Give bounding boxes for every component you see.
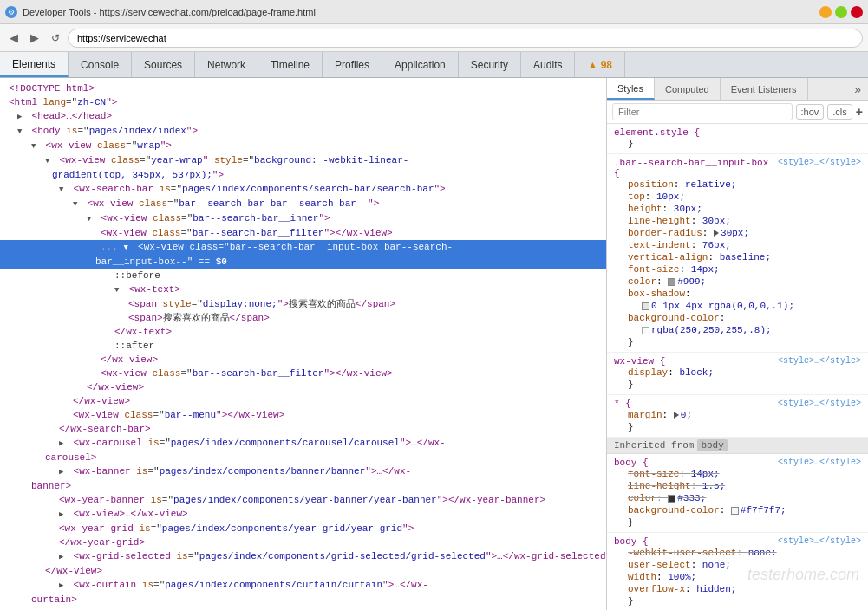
bg-swatch[interactable] [642, 327, 649, 334]
css-close-star: } [614, 421, 861, 433]
tab-timeline[interactable]: Timeline [258, 52, 323, 77]
dom-line-wxview-wrap[interactable]: ▼ <wx-view class="wrap"> [0, 139, 606, 153]
dom-content: <!DOCTYPE html> <html lang="zh-CN"> ▶ <h… [0, 78, 606, 610]
css-source-wxview[interactable]: <style>…</style> [778, 356, 861, 366]
dom-line-curtain[interactable]: ▶ <wx-curtain is="pages/index/components… [0, 578, 606, 593]
css-selector-wxview[interactable]: wx-view { [614, 356, 665, 367]
dom-line-gradient-cont[interactable]: gradient(top, 345px, 537px);"> [0, 168, 606, 182]
inherited-from[interactable]: body [697, 439, 727, 451]
dom-line-grid-selected[interactable]: ▶ <wx-grid-selected is="pages/index/comp… [0, 549, 606, 564]
color-swatch[interactable] [668, 278, 675, 286]
css-rule-body2: <style>…</style> body { -webkit-user-sel… [607, 533, 868, 610]
dom-line-year-grid-close[interactable]: </wx-year-grid> [0, 535, 606, 549]
tab-security[interactable]: Security [459, 52, 521, 77]
css-prop-line-height: line-height: 30px; [614, 215, 861, 227]
url-input[interactable] [68, 29, 863, 48]
dom-line-input-selected[interactable]: ... ▼ <wx-view class="bar--search-bar__i… [0, 240, 606, 255]
filter-hov-button[interactable]: :hov [796, 104, 825, 120]
dom-line-bar-close[interactable]: </wx-view> [0, 394, 606, 408]
inherited-label: Inherited frombody [607, 438, 868, 454]
maximize-button[interactable] [835, 6, 847, 18]
tab-sources[interactable]: Sources [132, 52, 195, 77]
more-tabs-button[interactable]: » [847, 78, 868, 100]
css-selector-body1[interactable]: body { [614, 458, 649, 468]
dom-line-menu[interactable]: <wx-view class="bar--menu"></wx-view> [0, 408, 606, 422]
bg-swatch-body[interactable] [731, 507, 739, 515]
tab-computed[interactable]: Computed [655, 78, 721, 100]
css-selector-body2[interactable]: body { [614, 536, 649, 547]
styles-tabs: Styles Computed Event Listeners » [607, 78, 868, 101]
dom-line-filter1[interactable]: <wx-view class="bar--search-bar__filter"… [0, 226, 606, 240]
dom-line-before[interactable]: ::before [0, 269, 606, 282]
dom-line-bar-search[interactable]: ▼ <wx-view class="bar--search-bar bar--s… [0, 197, 606, 211]
tab-audits[interactable]: Audits [521, 52, 575, 77]
dom-line-span-text[interactable]: <span>搜索喜欢的商品</span> [0, 311, 606, 325]
dom-line-search-bar[interactable]: ▼ <wx-search-bar is="pages/index/compone… [0, 182, 606, 197]
tab-profiles[interactable]: Profiles [323, 52, 382, 77]
dom-line-bar-inner[interactable]: ▼ <wx-view class="bar--search-bar__inner… [0, 211, 606, 226]
dom-line-wx-text[interactable]: ▼ <wx-text> [0, 282, 606, 297]
css-close-body1: } [614, 516, 861, 529]
tab-network[interactable]: Network [195, 52, 258, 77]
reload-button[interactable]: ↺ [47, 30, 64, 46]
dom-line-view-close1[interactable]: </wx-view> [0, 353, 606, 367]
css-prop-position: position: relative; [614, 178, 861, 191]
css-selector[interactable]: element.style { [614, 127, 700, 138]
dom-line-after[interactable]: ::after [0, 339, 606, 353]
css-source-body2[interactable]: <style>…</style> [778, 536, 861, 546]
back-button[interactable]: ◀ [5, 29, 23, 46]
css-close-wxview: } [614, 379, 861, 391]
tab-styles[interactable]: Styles [607, 78, 655, 100]
filter-cls-button[interactable]: .cls [827, 104, 852, 120]
dom-line-view-close2[interactable]: </wx-view> [0, 564, 606, 578]
app-icon: ⚙ [5, 6, 17, 18]
dom-line-wxtext-close[interactable]: </wx-text> [0, 325, 606, 339]
css-prop-user-select: user-select: none; [614, 559, 861, 571]
dom-line-year-banner[interactable]: <wx-year-banner is="pages/index/componen… [0, 493, 606, 507]
forward-button[interactable]: ▶ [26, 29, 43, 46]
filter-add-button[interactable]: + [856, 105, 863, 119]
color-swatch-body[interactable] [668, 495, 675, 503]
css-prop-font-size: font-size: 14px; [614, 263, 861, 276]
close-button[interactable] [851, 6, 863, 18]
dom-line-banner[interactable]: ▶ <wx-banner is="pages/index/components/… [0, 464, 606, 479]
dom-line-doctype[interactable]: <!DOCTYPE html> [0, 81, 606, 95]
css-prop-vertical-align: vertical-align: baseline; [614, 251, 861, 263]
tab-event-listeners[interactable]: Event Listeners [721, 78, 808, 100]
dom-line-html[interactable]: <html lang="zh-CN"> [0, 95, 606, 109]
dom-line-carousel[interactable]: ▶ <wx-carousel is="pages/index/component… [0, 436, 606, 451]
tab-elements[interactable]: Elements [0, 52, 69, 77]
dom-line-inner-close[interactable]: </wx-view> [0, 380, 606, 394]
css-selector-star[interactable]: * { [614, 399, 631, 409]
expand-body[interactable]: ▼ [17, 125, 26, 139]
dom-line-year-grid[interactable]: <wx-year-grid is="pages/index/components… [0, 522, 606, 535]
css-rule-wx-view: <style>…</style> wx-view { display: bloc… [607, 353, 868, 395]
tab-console[interactable]: Console [69, 52, 132, 77]
css-source-link[interactable]: <style>…</style> [778, 158, 861, 167]
minimize-button[interactable] [819, 6, 832, 18]
dom-line-carousel-close[interactable]: carousel> [0, 451, 606, 464]
dom-line-filter2[interactable]: <wx-view class="bar--search-bar__filter"… [0, 367, 606, 380]
tab-warning[interactable]: ▲ 98 [575, 52, 625, 77]
dom-line-search-close[interactable]: </wx-search-bar> [0, 422, 606, 436]
dom-line-view-collapsed[interactable]: ▶ <wx-view>…</wx-view> [0, 507, 606, 522]
dom-line-input-selected-2[interactable]: bar__input-box--" == $0 [0, 255, 606, 269]
shadow-swatch[interactable] [642, 302, 649, 310]
css-source-body1[interactable]: <style>…</style> [778, 458, 861, 467]
css-selector-input-box[interactable]: .bar--search-bar__input-box { [614, 158, 768, 178]
css-prop-color: color: #999; [614, 276, 861, 288]
dom-line-span-none[interactable]: <span style="display:none;">搜索喜欢的商品</spa… [0, 297, 606, 311]
dom-line-banner-close[interactable]: banner> [0, 479, 606, 493]
tab-application[interactable]: Application [382, 52, 459, 77]
dom-line-body[interactable]: ▼ <body is="pages/index/index"> [0, 124, 606, 139]
dom-line-head[interactable]: ▶ <head>…</head> [0, 109, 606, 124]
dom-line-year-wrap[interactable]: ▼ <wx-view class="year-wrap" style="back… [0, 153, 606, 168]
css-source-star[interactable]: <style>…</style> [778, 399, 861, 408]
css-prop-color-body: color: #333; [614, 492, 861, 504]
dom-line-curtain-close[interactable]: curtain> [0, 593, 606, 607]
expand-head[interactable]: ▶ [17, 110, 26, 124]
main-content: <!DOCTYPE html> <html lang="zh-CN"> ▶ <h… [0, 78, 868, 610]
css-close-body2: } [614, 595, 861, 607]
css-close-brace: } [614, 138, 861, 150]
styles-filter-input[interactable] [612, 103, 793, 120]
